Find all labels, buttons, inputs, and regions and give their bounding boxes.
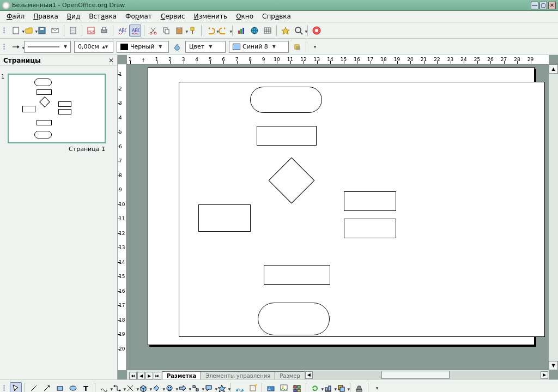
- menu-view[interactable]: Вид: [63, 11, 84, 21]
- tab-nav-prev[interactable]: ◀: [137, 372, 145, 379]
- svg-rect-35: [57, 387, 63, 390]
- glue-points-tool[interactable]: [247, 382, 259, 393]
- tab-nav-last[interactable]: ⏭: [154, 372, 161, 379]
- select-tool[interactable]: [10, 382, 22, 393]
- menu-help[interactable]: Справка: [258, 11, 295, 21]
- shape-pill-top[interactable]: [250, 87, 322, 113]
- edit-file-button[interactable]: [67, 25, 79, 37]
- paste-button[interactable]: ▼: [173, 25, 185, 37]
- lines-arrows-tool[interactable]: ▼: [124, 382, 136, 393]
- shape-rect-left[interactable]: [198, 204, 251, 232]
- open-button[interactable]: ▼: [23, 25, 35, 37]
- toolbar-overflow-button[interactable]: ▼: [309, 41, 321, 53]
- fill-type-combo[interactable]: Цвет ▼: [185, 41, 226, 53]
- pages-panel-close[interactable]: ✕: [108, 57, 114, 64]
- scroll-left-button[interactable]: ◀: [305, 371, 313, 379]
- save-button[interactable]: [36, 25, 48, 37]
- menu-file[interactable]: Файл: [2, 11, 29, 21]
- email-button[interactable]: [49, 25, 61, 37]
- tab-nav-first[interactable]: ⏮: [129, 372, 137, 379]
- callouts-tool[interactable]: ▼: [203, 382, 215, 393]
- from-file-tool[interactable]: [278, 382, 290, 393]
- rotate-tool[interactable]: ▼: [309, 382, 321, 393]
- hyperlink-button[interactable]: [248, 25, 260, 37]
- fontwork-tool[interactable]: A: [265, 382, 277, 393]
- drawing-page[interactable]: [148, 67, 535, 345]
- line-tool[interactable]: [28, 382, 40, 393]
- block-arrows-tool[interactable]: ▼: [177, 382, 189, 393]
- extrusion-tool[interactable]: [353, 382, 365, 393]
- toolbar-handle[interactable]: [3, 382, 7, 393]
- shape-rect-1[interactable]: [257, 126, 317, 146]
- shadow-button[interactable]: [291, 41, 303, 53]
- shape-rect-right-1[interactable]: [344, 191, 396, 211]
- scroll-down-button[interactable]: ▼: [549, 361, 558, 370]
- navigator-button[interactable]: [280, 25, 292, 37]
- line-style-combo[interactable]: ▼: [24, 41, 71, 53]
- points-tool[interactable]: [234, 382, 246, 393]
- close-button[interactable]: ✕: [548, 2, 556, 9]
- gallery-tool[interactable]: [291, 382, 303, 393]
- toolbar-overflow[interactable]: ▼: [371, 382, 383, 393]
- basic-shapes-tool[interactable]: ▼: [150, 382, 162, 393]
- shape-rect-right-2[interactable]: [344, 219, 396, 238]
- arrow-style-button[interactable]: ▼: [10, 41, 22, 53]
- zoom-button[interactable]: ▼: [293, 25, 305, 37]
- toolbar-handle[interactable]: [3, 25, 7, 37]
- tab-nav-next[interactable]: ▶: [145, 372, 153, 379]
- menu-modify[interactable]: Изменить: [190, 11, 232, 21]
- rectangle-tool[interactable]: [54, 382, 66, 393]
- tab-controls[interactable]: Элементы управления: [201, 371, 275, 379]
- undo-button[interactable]: ▼: [204, 25, 216, 37]
- vertical-scrollbar[interactable]: ▲ ▼: [549, 64, 558, 370]
- copy-button[interactable]: [160, 25, 172, 37]
- area-style-button[interactable]: [171, 41, 183, 53]
- align-tool[interactable]: ▼: [322, 382, 334, 393]
- arrow-line-tool[interactable]: [41, 382, 53, 393]
- shape-diamond[interactable]: [269, 158, 315, 204]
- page-thumbnail[interactable]: [8, 74, 106, 143]
- cut-button[interactable]: [147, 25, 159, 37]
- 3d-objects-tool[interactable]: ▼: [137, 382, 149, 393]
- export-pdf-button[interactable]: PDF: [85, 25, 97, 37]
- help-button[interactable]: [311, 25, 323, 37]
- menu-insert[interactable]: Вставка: [84, 11, 121, 21]
- horizontal-scrollbar[interactable]: ◀ ▶: [305, 370, 549, 379]
- autospell-button[interactable]: ABC: [129, 25, 141, 37]
- canvas-viewport[interactable]: [127, 64, 549, 370]
- symbol-shapes-tool[interactable]: ▼: [163, 382, 175, 393]
- scroll-up-button[interactable]: ▲: [549, 64, 558, 74]
- stars-tool[interactable]: ▼: [216, 382, 228, 393]
- tab-layout[interactable]: Разметка: [162, 371, 201, 379]
- fill-color-combo[interactable]: Синий 8 ▼: [229, 41, 289, 53]
- tab-dimensions[interactable]: Размер: [275, 371, 305, 379]
- text-tool[interactable]: T: [80, 382, 92, 393]
- menu-edit[interactable]: Правка: [29, 11, 63, 21]
- new-button[interactable]: ▼: [10, 25, 22, 37]
- line-width-combo[interactable]: 0,00см ▲▼: [74, 41, 113, 53]
- redo-button[interactable]: ▼: [217, 25, 229, 37]
- menu-window[interactable]: Окно: [232, 11, 258, 21]
- arrange-tool[interactable]: ▼: [335, 382, 347, 393]
- connector-tool[interactable]: ▼: [111, 382, 123, 393]
- vertical-ruler[interactable]: 1234567891011121314151617181920: [118, 64, 127, 370]
- format-paintbrush-button[interactable]: [186, 25, 198, 37]
- ellipse-tool[interactable]: [67, 382, 79, 393]
- flowchart-tool[interactable]: ▼: [190, 382, 202, 393]
- scroll-thumb[interactable]: [381, 371, 450, 379]
- scroll-right-button[interactable]: ▶: [541, 371, 548, 379]
- spellcheck-button[interactable]: ABC: [116, 25, 128, 37]
- menu-tools[interactable]: Сервис: [156, 11, 190, 21]
- toolbar-handle[interactable]: [3, 41, 7, 53]
- chart-button[interactable]: [235, 25, 247, 37]
- shape-rect-2[interactable]: [264, 265, 330, 285]
- print-button[interactable]: [98, 25, 110, 37]
- horizontal-ruler[interactable]: 2112345678910111213141516171819202122232…: [127, 55, 549, 64]
- table-button[interactable]: [262, 25, 274, 37]
- line-color-combo[interactable]: Черный ▼: [117, 41, 169, 53]
- maximize-button[interactable]: ▢: [539, 2, 547, 9]
- menu-format[interactable]: Формат: [121, 11, 156, 21]
- minimize-button[interactable]: ―: [531, 2, 538, 9]
- shape-pill-bottom[interactable]: [258, 303, 330, 335]
- curve-tool[interactable]: ▼: [98, 382, 110, 393]
